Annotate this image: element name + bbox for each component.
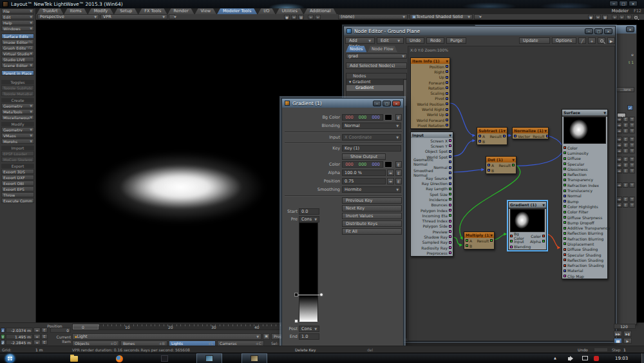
port-surface-normal[interactable]: Normal [562,193,607,199]
node-surface[interactable]: Surface▼ColorLuminosityDiffuseSpecularGl… [562,109,608,279]
port-surface-refraction-index[interactable]: Refraction Index [562,182,607,188]
taskbar-explorer-button[interactable] [61,353,87,363]
menu-tab-trueart[interactable]: TrueArt [37,8,63,14]
port-surface-displacement[interactable]: Displacement [562,241,607,246]
port-surface-color[interactable]: Color [562,145,607,150]
sidebar-item-throw[interactable]: Throw [1,192,34,197]
port-input-screen-x[interactable]: Screen X [411,138,453,143]
gradient-end-handle[interactable] [294,319,298,323]
pause-button[interactable]: ▮▮ [614,338,622,344]
sidebar-item-scene-editor[interactable]: Scene Editor▼ [1,63,34,68]
port-surface-clip-map[interactable]: Clip Map [562,273,607,279]
sidebar-item-execute-command[interactable]: Execute Command [1,198,34,203]
viewport-tiles-icon[interactable]: ▦ [602,15,608,19]
coord-field-z[interactable]: -2.2845 m [6,340,33,345]
port-normalize-vector[interactable]: VectorResult [513,133,548,139]
port-surface-refraction-blurring[interactable]: Refraction Blurring [562,236,607,241]
se-texture-button[interactable]: T [629,157,635,162]
taskbar-media-button[interactable] [151,353,177,363]
minimize-button[interactable]: ─ [609,1,618,6]
sidebar-item-miscellaneous[interactable]: Miscellaneous▼ [1,115,34,120]
coord-field-x[interactable]: -2.0374 m [6,328,33,333]
coord-envelope-y[interactable]: E [41,334,48,339]
zoom-tool-icon[interactable] [598,37,605,44]
se-stepper[interactable]: ◂▸ [616,123,622,128]
port-gradient-blending[interactable]: Blending [509,244,546,250]
se-envelope-button[interactable]: E [623,128,629,133]
menu-tab-utilities[interactable]: Utilities [276,8,303,14]
sidebar-item-graph-editor[interactable]: Graph Editor^F2 [1,45,34,50]
port-surface-luminosity[interactable]: Luminosity [562,150,607,155]
node-input[interactable]: Input▼Screen XScreen YObject SpotWorld S… [410,132,453,257]
sidebar-item-metatools[interactable]: MetaTools▼ [1,109,34,114]
color-rgb-field[interactable]: 000 000 000 [342,161,383,168]
port-dot-b[interactable]: B [486,168,516,173]
port-gradient-bg-color[interactable]: Bg ColorColor [509,233,546,239]
viewport-pan-icon[interactable]: + [308,15,314,19]
se-stepper[interactable]: ◂▸ [616,117,622,122]
timeline-scrubber[interactable] [73,324,99,329]
se-texture-button[interactable]: T [629,117,635,122]
key-field[interactable]: Key (1) [342,145,401,152]
viewport-rotate-icon[interactable]: ↻ [626,15,632,19]
viewport-move-icon[interactable]: + [315,15,321,19]
menu-tab-i-o[interactable]: I/O [258,8,275,14]
se-stepper[interactable]: ◂▸ [616,168,622,173]
sidebar-menu-help[interactable]: Help▼ [1,20,34,25]
coord-envelope-z[interactable]: E [41,340,48,345]
menu-tab-view[interactable]: View [195,8,216,14]
maximize-button[interactable]: □ [619,1,628,6]
port-input-spot-size[interactable]: Spot Size [411,191,453,197]
show-output-button[interactable]: Show Output [342,153,386,160]
show-desktop-button[interactable] [641,353,644,363]
port-input-thread-index[interactable]: Thread Index [411,218,453,223]
port-surface-specular[interactable]: Specular [562,161,607,166]
render-mode-dropdown[interactable]: VPR▼ [100,14,167,19]
port-dot-a[interactable]: AResult [486,162,516,168]
sidebar-item-export-obj[interactable]: Export OBJ [1,181,34,186]
node-editor-titlebar[interactable]: Node Editor - Ground Plane ─ □ × [344,26,615,35]
port-item-info-world-right[interactable]: World Right [411,106,450,112]
se-stepper[interactable]: ◂▸ [616,137,622,142]
undo-button[interactable]: Undo [406,37,424,44]
se-texture-button[interactable]: T [629,128,635,133]
port-surface-color-highlights[interactable]: Color Highlights [562,204,607,209]
se-envelope-button[interactable]: E [623,148,629,153]
redo-button[interactable]: Redo [426,37,444,44]
taskbar-firefox-button[interactable] [106,353,132,363]
blending-dropdown[interactable]: Normal▼ [342,123,401,129]
pen-tool-icon[interactable]: ╱ [578,37,586,44]
menu-tab-fx-tools[interactable]: FX Tools [138,8,167,14]
sidebar-item-export-eps[interactable]: Export EPS [1,186,34,191]
coord-stepper-y[interactable]: ◂▸ [33,334,41,339]
port-input-shadow-ray[interactable]: Shadow Ray [411,234,453,239]
viewport-zoom-icon[interactable] [633,15,639,19]
node-multiply[interactable]: Multiply (1)▼AResultB [464,231,495,250]
color-swatch[interactable] [384,161,392,168]
node-editor-close-button[interactable]: × [604,28,612,34]
sidebar-item-virtual-studio[interactable]: Virtual Studio▼ [1,51,34,56]
alert-icon[interactable] [594,356,599,361]
se-texture-button[interactable]: T [629,142,635,148]
port-input-smoothed-normal[interactable]: Smoothed Normal [411,170,453,175]
port-input-ray-length[interactable]: Ray Length [411,186,453,191]
se-envelope-button[interactable]: E [623,182,629,188]
port-item-info-world-up[interactable]: World Up [411,112,450,117]
port-input-preview[interactable]: Preview [411,229,453,234]
gradient-dialog-close-button[interactable]: × [392,101,401,106]
node-item-info[interactable]: Item Info (1)▼PositionRightUpForwardRota… [410,57,450,129]
se-stepper[interactable]: ◂▸ [616,197,622,202]
node-graph-canvas[interactable]: X:0 Y:0 Zoom:100% [408,46,615,341]
pan-tool-icon[interactable]: + [588,37,596,44]
menu-tab-setup[interactable]: Setup [114,8,138,14]
se-texture-button[interactable]: T [629,162,635,168]
viewport-list-icon[interactable]: ≡ [291,15,297,19]
port-surface-bump[interactable]: Bump [562,199,607,204]
post-behavior-dropdown[interactable]: Consta...▼ [299,326,319,332]
port-input-polygon-index[interactable]: Polygon Index [411,208,453,213]
se-texture-button[interactable]: T [629,182,635,188]
node-normalize-title[interactable]: Normalize (1)▼ [513,128,548,133]
port-input-polygon-side[interactable]: Polygon Side [411,224,453,229]
port-surface-transparency[interactable]: Transparency [562,177,607,182]
node-subtract-title[interactable]: Subtract (1)▼ [477,128,507,133]
